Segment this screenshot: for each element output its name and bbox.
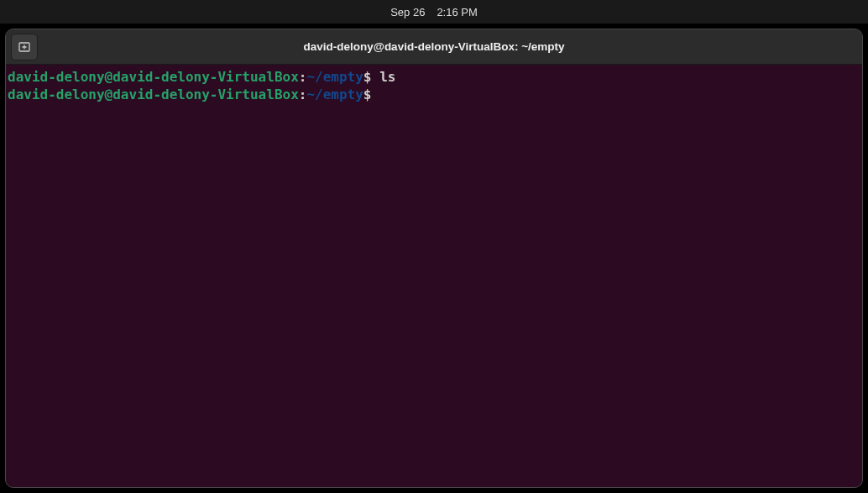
gnome-top-bar: Sep 26 2:16 PM [0,0,868,24]
terminal-area[interactable]: david-delony@david-delony-VirtualBox:~/e… [6,65,862,487]
prompt-path: ~/empty [306,87,363,102]
prompt-user-host: david-delony@david-delony-VirtualBox [8,87,299,102]
terminal-line: david-delony@david-delony-VirtualBox:~/e… [8,86,860,103]
terminal-command: ls [372,69,396,85]
new-tab-button[interactable] [11,34,38,60]
window-title: david-delony@david-delony-VirtualBox: ~/… [6,40,862,53]
window-container: david-delony@david-delony-VirtualBox: ~/… [0,24,868,493]
prompt-dollar: $ [363,69,372,85]
terminal-line: david-delony@david-delony-VirtualBox:~/e… [8,68,860,86]
top-bar-time[interactable]: 2:16 PM [437,6,477,18]
title-bar[interactable]: david-delony@david-delony-VirtualBox: ~/… [6,29,862,65]
prompt-dollar: $ [363,87,372,102]
new-tab-icon [18,40,31,54]
terminal-window: david-delony@david-delony-VirtualBox: ~/… [5,29,863,488]
prompt-path: ~/empty [306,69,363,85]
prompt-colon: : [299,87,307,102]
prompt-user-host: david-delony@david-delony-VirtualBox [8,69,299,85]
top-bar-date[interactable]: Sep 26 [390,6,425,18]
prompt-colon: : [299,69,307,85]
